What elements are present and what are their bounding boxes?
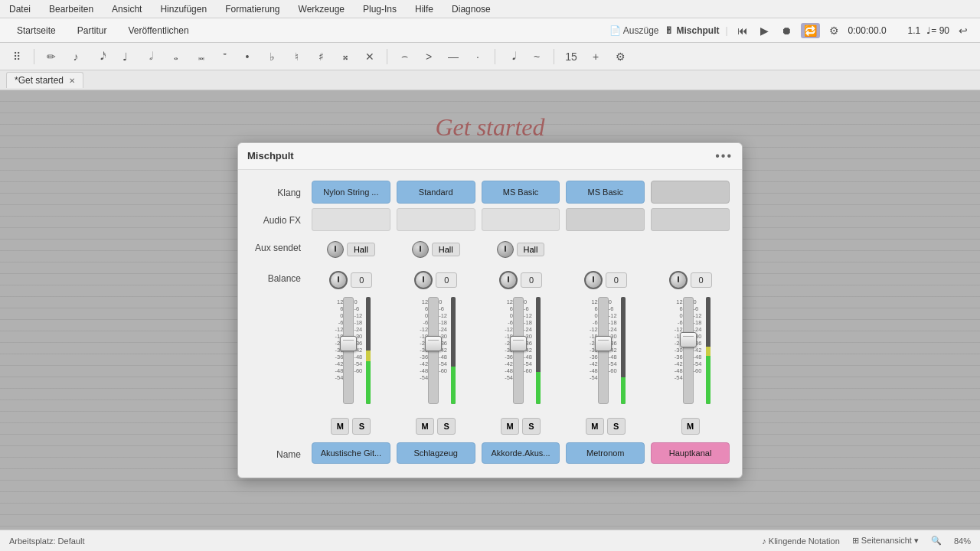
channel-3-m-btn[interactable]: M <box>501 418 519 435</box>
channel-2-hall-btn[interactable]: Hall <box>432 243 460 256</box>
menu-hinzufugen[interactable]: Hinzufügen <box>157 4 210 15</box>
channel-1-fader-handle[interactable] <box>340 336 357 351</box>
channel-4-balance-knob[interactable] <box>584 271 603 289</box>
mixer-icon: 🎚 <box>665 25 674 36</box>
channel-2-name-btn[interactable]: Schlagzeug <box>397 442 475 464</box>
toolbar-slur[interactable]: ⌢ <box>394 46 415 67</box>
channel-4-name-btn[interactable]: Metronom <box>566 442 645 464</box>
toolbar-note4[interactable]: 𝅜 <box>188 46 209 67</box>
channel-2-fader-handle[interactable] <box>425 336 442 351</box>
channel-3-aux-knob[interactable] <box>497 241 514 258</box>
loop-btn[interactable]: 🔁 <box>801 23 820 38</box>
channel-3-name-btn[interactable]: Akkorde.Akus... <box>482 442 560 464</box>
toolbar-gear[interactable]: ⚙ <box>609 46 631 67</box>
nav-partitur[interactable]: Partitur <box>70 22 115 39</box>
channel-4-balance-row: 0 <box>584 266 627 294</box>
channel-1-m-btn[interactable]: M <box>331 418 349 435</box>
channel-5-name-btn[interactable]: Hauptkanal <box>651 442 730 464</box>
channel-1-klang-btn[interactable]: Nylon String ... <box>312 181 390 204</box>
menu-formatierung[interactable]: Formatierung <box>222 4 283 15</box>
channel-1-balance-row: 0 <box>329 266 372 294</box>
nav-veroffentlichen[interactable]: Veröffentlichen <box>120 22 196 39</box>
toolbar-dblsharp[interactable]: 𝄪 <box>335 46 356 67</box>
toolbar-eighth[interactable]: ♪ <box>65 46 87 67</box>
view-chevron-icon[interactable]: ▾ <box>914 536 919 545</box>
toolbar-rest[interactable]: 𝄻 <box>212 46 234 67</box>
toolbar-flat[interactable]: ♭ <box>261 46 283 67</box>
toolbar-plus[interactable]: + <box>585 46 606 67</box>
menu-bearbeiten[interactable]: Bearbeiten <box>46 4 96 15</box>
ms-row-label <box>247 413 309 441</box>
channel-4-audiofx-cell[interactable] <box>566 208 645 231</box>
channel-3-s-btn[interactable]: S <box>522 418 541 435</box>
toolbar-beam[interactable]: 𝅘𝅥 <box>501 46 523 67</box>
undo-btn[interactable]: ↩ <box>956 23 971 38</box>
auszuge-btn[interactable]: 📄 Auszüge <box>609 25 659 36</box>
channel-5-m-btn[interactable]: M <box>681 418 700 435</box>
toolbar-note2[interactable]: 𝅗𝅥 <box>139 46 160 67</box>
toolbar-pen[interactable]: ✏ <box>41 46 62 67</box>
channel-5-fader-handle[interactable] <box>680 332 697 347</box>
toolbar-staccato[interactable]: · <box>467 46 488 67</box>
channel-5-aux <box>648 234 733 265</box>
channel-2-s-btn[interactable]: S <box>437 418 456 435</box>
channel-5-balance-knob[interactable] <box>669 271 688 289</box>
menu-plugins[interactable]: Plug-Ins <box>360 4 400 15</box>
channel-1-vu-green <box>366 361 371 404</box>
channel-3-balance-knob[interactable] <box>499 271 518 289</box>
toolbar-accent1[interactable]: > <box>418 46 439 67</box>
channel-5-audiofx-cell[interactable] <box>651 208 730 231</box>
menu-ansicht[interactable]: Ansicht <box>109 4 145 15</box>
channel-1-name-btn[interactable]: Akustische Git... <box>312 442 390 464</box>
record-btn[interactable]: ⏺ <box>778 23 795 38</box>
channel-1-hall-btn[interactable]: Hall <box>347 243 375 256</box>
channel-5-klang-empty <box>651 181 730 204</box>
toolbar-x[interactable]: ✕ <box>359 46 381 67</box>
channel-3-audiofx-cell[interactable] <box>482 208 560 231</box>
channel-4-fader-handle[interactable] <box>595 336 612 351</box>
menu-diagnose[interactable]: Diagnose <box>449 4 494 15</box>
channel-4-klang-btn[interactable]: MS Basic <box>566 181 645 204</box>
channel-3-vu-green <box>536 372 541 404</box>
channel-2-m-btn[interactable]: M <box>416 418 434 435</box>
channel-3-fader-handle[interactable] <box>510 336 527 351</box>
tempo-display: ♩= 90 <box>926 25 949 36</box>
channel-1-balance-knob[interactable] <box>329 271 348 289</box>
toolbar-note3[interactable]: 𝅝 <box>163 46 185 67</box>
menu-hilfe[interactable]: Hilfe <box>412 4 436 15</box>
channel-2-audiofx-cell[interactable] <box>397 208 475 231</box>
fader-row-label <box>247 295 309 323</box>
channel-2-aux-knob[interactable] <box>412 241 429 258</box>
channel-4-fader-track <box>598 297 609 404</box>
nav-startseite[interactable]: Startseite <box>9 22 64 39</box>
toolbar-time15[interactable]: 15 <box>560 46 582 67</box>
channel-1-s-btn[interactable]: S <box>352 418 371 435</box>
play-btn[interactable]: ▶ <box>757 23 772 38</box>
tab-get-started[interactable]: *Get started ✕ <box>6 72 83 88</box>
channel-2-klang-btn[interactable]: Standard <box>397 181 475 204</box>
mischpult-btn[interactable]: 🎚 Mischpult <box>665 25 719 36</box>
channel-4-m-btn[interactable]: M <box>586 418 604 435</box>
toolbar-note1[interactable]: ♩ <box>114 46 136 67</box>
rewind-btn[interactable]: ⏮ <box>734 23 751 38</box>
settings-btn[interactable]: ⚙ <box>826 23 842 38</box>
toolbar-accent2[interactable]: — <box>443 46 464 67</box>
menu-werkzeuge[interactable]: Werkzeuge <box>296 4 348 15</box>
channel-1-aux-knob[interactable] <box>327 241 344 258</box>
toolbar-sharp[interactable]: ♯ <box>310 46 332 67</box>
toolbar-trill[interactable]: ~ <box>526 46 547 67</box>
channel-2-balance-knob[interactable] <box>414 271 433 289</box>
menu-datei[interactable]: Datei <box>6 4 34 15</box>
dialog-menu-button[interactable]: ••• <box>715 149 733 163</box>
toolbar-dot[interactable]: • <box>237 46 258 67</box>
toolbar-sixteenth[interactable]: 𝅘𝅥𝅯 <box>90 46 111 67</box>
channel-3-klang-btn[interactable]: MS Basic <box>482 181 560 204</box>
channel-3-hall-btn[interactable]: Hall <box>517 243 545 256</box>
tab-close-icon[interactable]: ✕ <box>69 77 75 85</box>
channel-1-audiofx-cell[interactable] <box>312 208 390 231</box>
toolbar-natural[interactable]: ♮ <box>286 46 307 67</box>
channel-4-s-btn[interactable]: S <box>607 418 626 435</box>
channel-4-aux <box>563 234 648 265</box>
channel-5-vu-yellow <box>706 347 710 355</box>
zoom-icon[interactable]: 🔍 <box>931 536 942 546</box>
